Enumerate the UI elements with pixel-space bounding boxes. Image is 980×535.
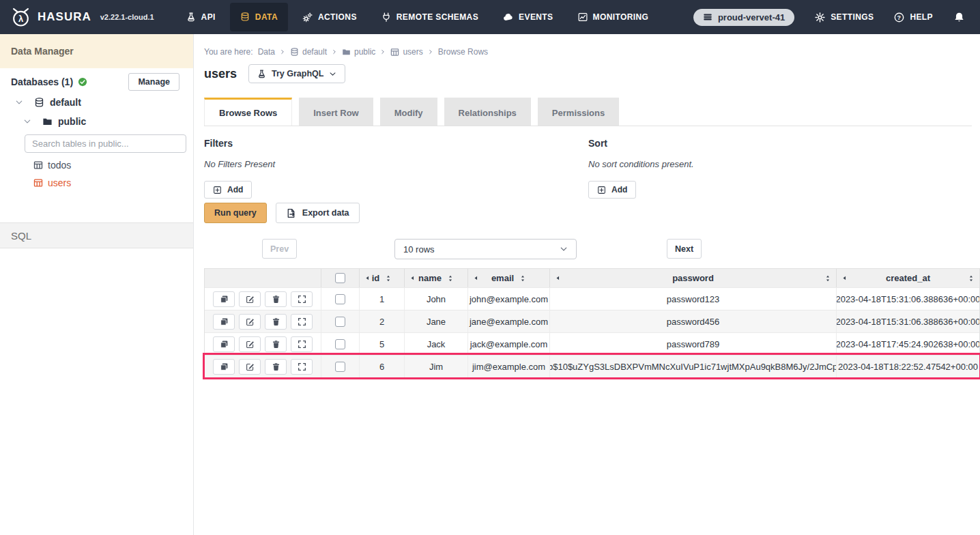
clone-icon bbox=[220, 295, 229, 304]
hasura-logo-icon bbox=[10, 7, 31, 28]
table-row: 5 Jack jack@example.com password789 2023… bbox=[205, 332, 979, 355]
sidebar-section-sql[interactable]: SQL bbox=[0, 223, 193, 248]
breadcrumb-item-public[interactable]: public bbox=[342, 47, 375, 57]
delete-row-button[interactable] bbox=[265, 336, 287, 352]
expand-row-button[interactable] bbox=[291, 359, 313, 375]
clone-row-button[interactable] bbox=[213, 359, 235, 375]
header-actions bbox=[205, 269, 321, 287]
sort-empty-text: No sort conditions present. bbox=[588, 159, 694, 169]
cell-password: password456 bbox=[550, 310, 837, 332]
collapse-column-icon[interactable] bbox=[409, 275, 416, 281]
delete-row-button[interactable] bbox=[265, 314, 287, 330]
pagination: Prev 10 rows Next bbox=[194, 239, 980, 260]
clone-row-button[interactable] bbox=[213, 314, 235, 330]
nav-item-actions[interactable]: ACTIONS bbox=[292, 3, 367, 31]
cloud-icon bbox=[503, 12, 513, 23]
row-checkbox[interactable] bbox=[335, 362, 345, 372]
tree-item-database-default[interactable]: default bbox=[15, 97, 81, 108]
nav-item-api[interactable]: API bbox=[176, 3, 226, 31]
expand-row-button[interactable] bbox=[291, 291, 313, 307]
select-all-checkbox[interactable] bbox=[335, 273, 345, 283]
manage-button[interactable]: Manage bbox=[128, 73, 179, 91]
tab-permissions[interactable]: Permissions bbox=[538, 98, 619, 126]
cell-email: jane@example.com bbox=[468, 310, 550, 332]
tab-browse-rows[interactable]: Browse Rows bbox=[204, 98, 292, 126]
header-id[interactable]: id bbox=[360, 269, 405, 287]
row-checkbox[interactable] bbox=[335, 339, 345, 349]
rows-per-page-select[interactable]: 10 rows bbox=[394, 239, 577, 259]
header-name[interactable]: name bbox=[405, 269, 468, 287]
clone-icon bbox=[220, 362, 229, 371]
chevron-down-icon[interactable] bbox=[15, 98, 23, 106]
breadcrumb-item-users[interactable]: users bbox=[390, 47, 422, 57]
expand-row-button[interactable] bbox=[291, 336, 313, 352]
sort-icon[interactable] bbox=[824, 275, 831, 282]
trash-icon bbox=[272, 317, 280, 326]
collapse-column-icon[interactable] bbox=[841, 275, 848, 281]
breadcrumb-item-default[interactable]: default bbox=[290, 47, 327, 57]
row-checkbox[interactable] bbox=[335, 317, 345, 327]
try-graphql-button[interactable]: Try GraphQL bbox=[248, 64, 345, 83]
nav-item-events[interactable]: EVENTS bbox=[493, 3, 563, 31]
sort-icon[interactable] bbox=[519, 275, 526, 282]
row-checkbox-cell bbox=[321, 288, 360, 310]
nav-item-label: REMOTE SCHEMAS bbox=[397, 12, 478, 22]
edit-row-button[interactable] bbox=[239, 359, 261, 375]
cell-created-at: 2023-04-18T18:22:52.47542+00:00 bbox=[837, 356, 979, 377]
next-page-button[interactable]: Next bbox=[667, 239, 702, 259]
export-data-button[interactable]: Export data bbox=[276, 203, 360, 223]
prev-page-button[interactable]: Prev bbox=[262, 239, 297, 259]
server-stack-icon bbox=[703, 12, 712, 22]
row-checkbox[interactable] bbox=[335, 294, 345, 304]
tab-modify[interactable]: Modify bbox=[380, 98, 437, 126]
instance-badge[interactable]: proud-vervet-41 bbox=[693, 9, 794, 26]
sort-icon[interactable] bbox=[447, 275, 454, 282]
nav-item-data[interactable]: DATA bbox=[230, 3, 288, 31]
settings-button[interactable]: SETTINGS bbox=[815, 12, 874, 23]
collapse-column-icon[interactable] bbox=[555, 275, 561, 281]
bell-icon[interactable] bbox=[953, 12, 965, 23]
delete-row-button[interactable] bbox=[265, 359, 287, 375]
collapse-column-icon[interactable] bbox=[473, 275, 479, 281]
add-sort-button[interactable]: Add bbox=[588, 181, 636, 199]
row-actions bbox=[205, 310, 321, 332]
header-password[interactable]: password bbox=[550, 269, 837, 287]
delete-row-button[interactable] bbox=[265, 291, 287, 307]
header-created-at[interactable]: created_at bbox=[837, 269, 979, 287]
sort-icon[interactable] bbox=[385, 275, 392, 282]
chevron-down-icon[interactable] bbox=[23, 117, 31, 126]
nav-item-label: DATA bbox=[255, 12, 278, 22]
data-manager-title: Data Manager bbox=[11, 46, 74, 57]
edit-row-button[interactable] bbox=[239, 291, 261, 307]
cell-email: jack@example.com bbox=[468, 333, 550, 355]
cell-name: Jim bbox=[405, 356, 468, 377]
expand-row-button[interactable] bbox=[291, 314, 313, 330]
data-manager-header: Data Manager bbox=[0, 34, 193, 68]
nav-item-remote-schemas[interactable]: REMOTE SCHEMAS bbox=[371, 3, 489, 31]
sort-icon[interactable] bbox=[968, 275, 975, 282]
cell-created-at: 2023-04-18T15:31:06.388636+00:00 bbox=[837, 310, 979, 332]
plus-square-icon bbox=[213, 186, 222, 194]
cell-password: password123 bbox=[550, 288, 837, 310]
clone-row-button[interactable] bbox=[213, 291, 235, 307]
tab-insert-row[interactable]: Insert Row bbox=[299, 98, 373, 126]
add-filter-button[interactable]: Add bbox=[204, 181, 252, 199]
tab-relationships[interactable]: Relationships bbox=[444, 98, 531, 126]
check-circle-icon bbox=[78, 77, 87, 87]
nav-item-monitoring[interactable]: MONITORING bbox=[568, 3, 659, 31]
collapse-column-icon[interactable] bbox=[364, 275, 371, 281]
brand[interactable]: HASURA v2.22.1-cloud.1 bbox=[0, 7, 164, 28]
filters-panel: Filters No Filters Present Add bbox=[204, 138, 275, 199]
filters-empty-text: No Filters Present bbox=[204, 159, 275, 169]
sidebar-table-users[interactable]: users bbox=[33, 177, 71, 188]
header-email[interactable]: email bbox=[468, 269, 550, 287]
table-search-input[interactable] bbox=[25, 134, 186, 153]
help-button[interactable]: HELP bbox=[894, 12, 933, 23]
tree-item-schema-public[interactable]: public bbox=[23, 116, 86, 127]
edit-row-button[interactable] bbox=[239, 336, 261, 352]
clone-row-button[interactable] bbox=[213, 336, 235, 352]
run-query-button[interactable]: Run query bbox=[204, 203, 267, 223]
sidebar-table-todos[interactable]: todos bbox=[33, 160, 71, 171]
edit-row-button[interactable] bbox=[239, 314, 261, 330]
breadcrumb-item-data[interactable]: Data bbox=[258, 47, 275, 57]
